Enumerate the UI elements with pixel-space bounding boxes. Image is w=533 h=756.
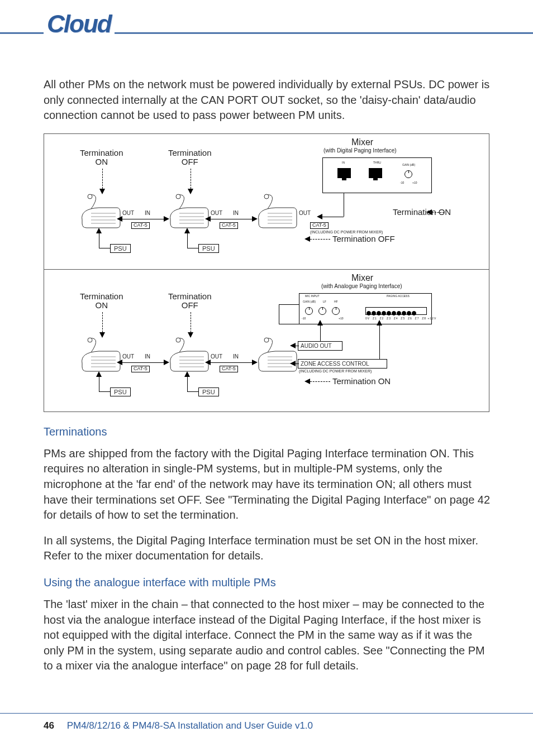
cat5-2: CAT-5 (220, 222, 238, 229)
audio-arrow (317, 320, 323, 326)
link-2b-ar (252, 360, 258, 365)
pm-unit-1b (78, 348, 121, 375)
psu-line-2 (187, 233, 188, 248)
pm-unit-2 (166, 204, 210, 231)
psu-h-2b (187, 391, 198, 392)
paging-access-lbl: PAGING ACCESS (387, 295, 410, 298)
cat5-1: CAT-5 (131, 222, 150, 229)
term-on-right-b: Termination ON (332, 377, 391, 386)
term-off-mid: Termination OFF (168, 149, 212, 167)
term-off-mid-b: Termination OFF (168, 292, 212, 310)
pm-unit-1 (78, 204, 121, 231)
mixer-subtitle: (with Digital Paging Interface) (323, 147, 397, 154)
mixer-left-ext (279, 304, 299, 324)
cat5-3: CAT-5 (310, 222, 329, 229)
in-2b: IN (233, 353, 239, 360)
term-on-right: Termination ON (393, 208, 451, 217)
para-term-1: PMs are shipped from the factory with th… (44, 446, 491, 523)
svg-point-20 (176, 338, 180, 342)
page-footer: 46 PM4/8/12/16 & PM4/8-SA Installation a… (0, 713, 533, 731)
link-1-arrow-r (164, 216, 169, 222)
term-on-left: Termination ON (80, 149, 123, 167)
link-1-arrow-l (117, 216, 122, 222)
wiring-diagram: Mixer (with Digital Paging Interface) IN… (44, 133, 489, 412)
link-2b-al (205, 360, 211, 365)
lf-lbl: LF (323, 300, 326, 304)
audio-out-box: AUDIO OUT (298, 341, 342, 351)
term-off-line (310, 239, 330, 240)
svg-point-25 (264, 338, 269, 342)
para-analogue: The 'last' mixer in the chain – that con… (44, 597, 491, 674)
term-on-left-b: Termination ON (80, 292, 123, 310)
psu-1: PSU (110, 244, 131, 253)
zone-arrow (377, 320, 382, 326)
knob-lf (318, 307, 326, 315)
paging-connector-icon (365, 307, 427, 315)
psu-arrow-1 (96, 228, 102, 233)
psu-h-1b (99, 391, 110, 392)
para-term-2: In all systems, the Digital Paging Inter… (44, 533, 491, 564)
cat5-2b: CAT-5 (220, 366, 238, 372)
link-2-arrow-l (205, 216, 211, 222)
dash-v-1 (102, 169, 103, 189)
rj45-thru-icon (369, 168, 382, 178)
in-1: IN (145, 210, 150, 216)
rj45-in-icon (337, 168, 351, 178)
audio-v (320, 324, 321, 341)
term-off-right: Termination OFF (332, 235, 395, 244)
in-1b: IN (145, 353, 150, 360)
gain-knob-icon (404, 170, 412, 178)
page-content: All other PMs on the network must be pow… (44, 77, 491, 684)
link-2b (211, 362, 253, 363)
term-on-arrow-b (304, 379, 310, 384)
audio-al (290, 343, 296, 348)
link-1b-ar (164, 360, 169, 365)
zone-v (379, 324, 380, 359)
cat5-1b: CAT-5 (131, 366, 150, 372)
svg-point-10 (264, 194, 269, 199)
page-number: 46 (44, 720, 54, 731)
mixer-title: Mixer (351, 137, 373, 147)
gain-lbl-b: GAIN (dB) (303, 300, 316, 304)
out-3: OUT (299, 210, 311, 216)
zone-al (290, 361, 296, 366)
svg-point-15 (88, 338, 92, 342)
mixer-box: IN THRU GAIN (dB) -10 +10 (322, 157, 432, 193)
dash-v-2 (191, 169, 191, 189)
psu-2b: PSU (198, 387, 219, 396)
term-off-arrow (304, 236, 310, 242)
link-2 (211, 219, 253, 219)
hf-lbl: HF (334, 300, 338, 304)
gain-label: GAIN (dB) (402, 164, 415, 167)
psu-h-1 (99, 248, 110, 248)
port-thru-label: THRU (373, 161, 381, 165)
link-1b (122, 362, 165, 363)
svg-point-5 (176, 194, 180, 199)
psu-line-2b (187, 377, 188, 391)
dash-v-2b (191, 312, 191, 332)
term-on-line-b (310, 381, 330, 382)
pm-unit-2b (166, 348, 210, 375)
knob-hf (332, 307, 340, 315)
mixer-cable-h (322, 217, 344, 217)
knob-gain (305, 307, 313, 315)
link-2-arrow-r (252, 216, 258, 222)
psu-1b: PSU (110, 387, 131, 396)
out-1: OUT (122, 210, 134, 216)
psu-line-1b (99, 377, 99, 391)
link-1b-al (117, 360, 122, 365)
mixer-cable-arrow (317, 214, 322, 219)
in-2: IN (233, 210, 239, 216)
scale-lo: -10 (302, 317, 306, 320)
gain-lo: -10 (400, 181, 404, 185)
port-in-label: IN (342, 161, 345, 165)
psu-2: PSU (198, 244, 219, 253)
mixer-cable-v (344, 193, 344, 217)
brand-logo: Cloud (44, 10, 115, 38)
diagram-panel-digital: Mixer (with Digital Paging Interface) IN… (44, 134, 489, 270)
out-2: OUT (211, 210, 222, 216)
mixer-subtitle-b: (with Analogue Paging Interface) (321, 283, 402, 289)
footer-title: PM4/8/12/16 & PM4/8-SA Installation and … (67, 720, 313, 731)
psu-h-2 (187, 248, 198, 248)
psu-arrow-2 (184, 228, 190, 233)
